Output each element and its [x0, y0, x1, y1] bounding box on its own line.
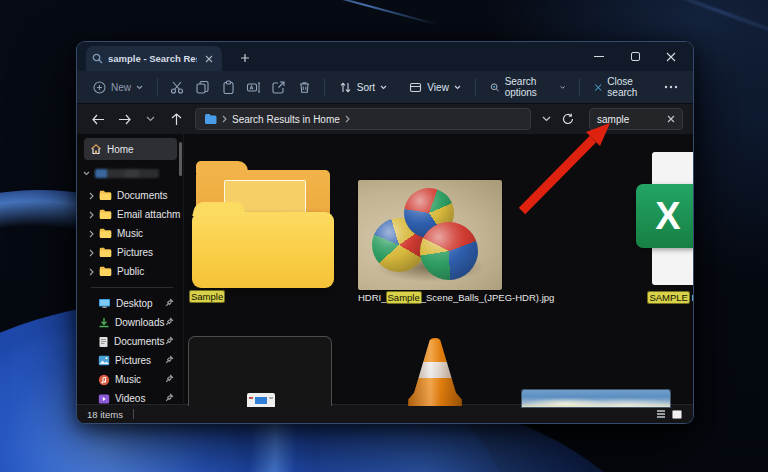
close-search-button[interactable]: Close search: [588, 72, 658, 102]
view-toggles: [654, 408, 683, 421]
sort-button-label: Sort: [357, 82, 375, 93]
cut-button[interactable]: [166, 75, 189, 99]
sidebar-item-cloud-account[interactable]: [77, 164, 183, 183]
file-tile-sample-invoice[interactable]: X: [636, 152, 694, 287]
search-icon: [92, 53, 103, 64]
file-label[interactable]: HDRI_Sample_Scene_Balls_(JPEG-HDR).jpg: [358, 292, 502, 303]
sidebar-divider: [91, 287, 173, 288]
clear-search-icon[interactable]: [667, 115, 675, 123]
sidebar-item-label: Music: [117, 228, 183, 239]
share-button[interactable]: [267, 75, 290, 99]
sidebar-item-documents[interactable]: Documents: [77, 332, 183, 351]
maximize-icon: [631, 52, 640, 61]
file-tile-folder-preview[interactable]: [188, 336, 332, 406]
sidebar-item-documents-tree[interactable]: Documents: [77, 186, 183, 205]
maximize-button[interactable]: [617, 42, 653, 71]
sidebar-item-desktop[interactable]: Desktop: [77, 294, 183, 313]
sidebar-item-downloads[interactable]: Downloads: [77, 313, 183, 332]
view-button-label: View: [427, 82, 449, 93]
recent-locations-button[interactable]: [139, 108, 161, 130]
pin-icon: [165, 393, 174, 402]
chevron-right-icon: [89, 249, 94, 257]
details-view-button[interactable]: [654, 408, 667, 421]
sidebar-item-public[interactable]: Public: [77, 262, 183, 281]
search-input-value: sample: [597, 114, 663, 125]
delete-button[interactable]: [293, 75, 316, 99]
thumbnail-view-button[interactable]: [670, 408, 683, 421]
sidebar-item-label: Home: [107, 144, 177, 155]
close-search-icon: [594, 82, 602, 93]
toolbar-divider: [324, 78, 325, 96]
sidebar-item-label: Documents: [117, 190, 183, 201]
file-label[interactable]: Sample: [190, 291, 224, 302]
sidebar-item-home[interactable]: Home: [84, 138, 177, 160]
breadcrumb[interactable]: Search Results in Home: [232, 114, 340, 125]
desktop-icon: [98, 298, 111, 309]
sidebar-item-videos[interactable]: Videos: [77, 389, 183, 408]
folder-icon: [99, 190, 112, 201]
up-button[interactable]: [165, 108, 187, 130]
list-view-icon: [657, 410, 665, 418]
see-more-button[interactable]: [660, 75, 683, 99]
search-term-highlight: SAMPLE: [648, 292, 689, 303]
file-label[interactable]: SAMPLE INVOICE.xlsx: [624, 292, 694, 303]
file-tile-sample-folder[interactable]: [190, 156, 340, 292]
address-field[interactable]: Search Results in Home: [195, 108, 531, 130]
chevron-down-icon: [146, 116, 155, 122]
music-icon: [98, 374, 110, 386]
sidebar-item-music[interactable]: Music: [77, 370, 183, 389]
paste-icon: [221, 80, 236, 95]
paste-button[interactable]: [217, 75, 240, 99]
pin-icon: [165, 298, 174, 307]
pin-icon: [165, 374, 174, 383]
items-count: 18 items: [87, 409, 123, 420]
window-body: Home Documents Email attachm: [77, 134, 693, 404]
copy-button[interactable]: [191, 75, 214, 99]
plus-circle-icon: [93, 81, 106, 94]
address-dropdown-button[interactable]: [535, 108, 557, 130]
sidebar-item-email-attachments[interactable]: Email attachm: [77, 205, 183, 224]
desktop: sample - Search Results in Ho New: [0, 0, 768, 472]
rename-button[interactable]: [242, 75, 265, 99]
arrow-up-icon: [171, 113, 182, 126]
sidebar-item-music-tree[interactable]: Music: [77, 224, 183, 243]
back-button[interactable]: [87, 108, 109, 130]
pin-icon: [165, 355, 174, 364]
scissors-icon: [170, 80, 185, 95]
new-tab-button[interactable]: [234, 47, 256, 69]
sidebar-item-pictures-tree[interactable]: Pictures: [77, 243, 183, 262]
command-toolbar: New Sort: [77, 71, 693, 104]
refresh-button[interactable]: [557, 108, 579, 130]
minimize-button[interactable]: [581, 42, 617, 71]
tab-search-results[interactable]: sample - Search Results in Ho: [86, 46, 222, 71]
sort-button[interactable]: Sort: [333, 77, 393, 98]
chevron-right-icon: [89, 192, 94, 200]
search-input[interactable]: sample: [589, 108, 683, 130]
file-tile-vlc-media[interactable]: [406, 340, 464, 406]
plus-icon: [240, 53, 250, 63]
image-thumbnail: [358, 180, 502, 290]
ellipsis-icon: [664, 85, 678, 89]
tab-close-button[interactable]: [202, 52, 216, 66]
sidebar-item-pictures[interactable]: Pictures: [77, 351, 183, 370]
thumbnail-view-icon: [672, 410, 682, 419]
search-results-area: Sample HDRI_Sample_Scene_Balls_(JPEG-HDR…: [184, 134, 693, 404]
search-term-highlight: Sample: [190, 291, 224, 302]
file-tile-hdri-sample-image[interactable]: [358, 180, 502, 290]
file-tile-sky-image[interactable]: [522, 390, 670, 407]
forward-button[interactable]: [113, 108, 135, 130]
rename-icon: [246, 80, 261, 95]
sidebar-scrollbar[interactable]: [179, 142, 182, 176]
sidebar-item-label: Email attachm: [117, 209, 183, 220]
app-window-glyph: [247, 393, 275, 407]
view-button[interactable]: View: [403, 77, 467, 98]
chevron-right-icon: [89, 211, 94, 219]
chevron-right-icon: [345, 115, 350, 123]
new-button-label: New: [111, 82, 131, 93]
toolbar-divider: [475, 78, 476, 96]
wallpaper-streak: [292, 0, 437, 25]
close-window-button[interactable]: [653, 42, 689, 71]
search-options-button[interactable]: Search options: [484, 72, 571, 102]
folder-front: [192, 212, 334, 288]
new-button[interactable]: New: [87, 77, 149, 98]
